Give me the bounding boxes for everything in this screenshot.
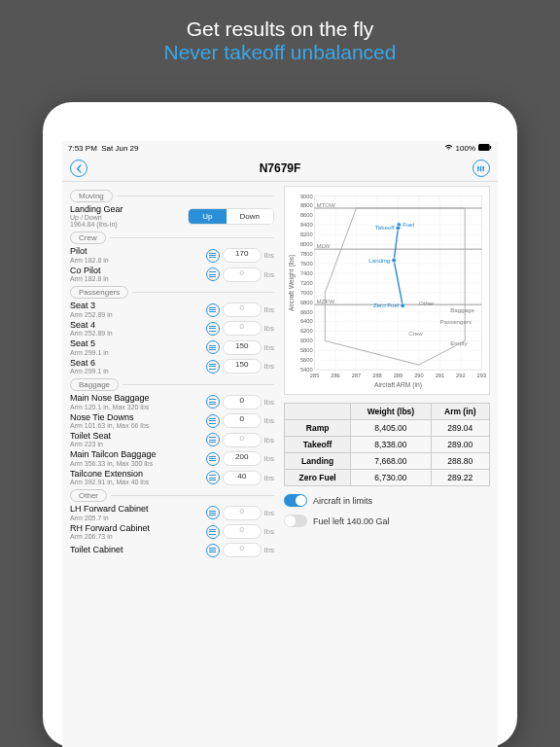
svg-text:Passengers: Passengers: [439, 318, 472, 325]
table-row: Landing7,668.00288.80: [285, 453, 490, 470]
weight-input[interactable]: 40: [223, 471, 262, 485]
svg-text:6600: 6600: [300, 309, 313, 315]
row-arm: 289.00: [431, 437, 489, 453]
settings-button[interactable]: [472, 160, 490, 177]
list-item: Seat 4Arm 252.89 in0lbs: [70, 321, 274, 337]
svg-text:289: 289: [394, 373, 403, 378]
menu-icon[interactable]: [206, 267, 220, 281]
item-sub: Arm 252.89 in: [70, 330, 113, 337]
item-label: Toilet Seat: [70, 432, 111, 441]
wb-chart: 5400560058006000620064006600680070007200…: [284, 186, 490, 395]
fuel-row: Fuel left 140.00 Gal: [284, 515, 490, 527]
svg-text:6200: 6200: [300, 328, 313, 334]
svg-text:8200: 8200: [300, 231, 313, 237]
svg-point-74: [401, 303, 405, 308]
gear-segmented[interactable]: Up Down: [188, 208, 274, 225]
list-item: Main Tailcon BaggageArm 356.33 in, Max 3…: [70, 450, 274, 466]
battery-icon: [478, 144, 492, 153]
menu-icon[interactable]: [206, 340, 220, 354]
right-panel: 5400560058006000620064006600680070007200…: [280, 182, 498, 747]
svg-text:Other: Other: [419, 300, 434, 306]
svg-text:6400: 6400: [300, 318, 313, 324]
svg-text:7800: 7800: [300, 251, 313, 257]
menu-icon[interactable]: [206, 506, 220, 519]
back-button[interactable]: [70, 160, 88, 177]
item-sub: Arm 206.73 in: [70, 533, 150, 540]
menu-icon[interactable]: [206, 414, 220, 428]
weight-input[interactable]: 0: [223, 506, 262, 520]
item-label: Main Tailcon Baggage: [70, 450, 156, 459]
weight-input[interactable]: 0: [223, 395, 262, 409]
weight-input[interactable]: 0: [223, 321, 262, 336]
menu-icon[interactable]: [206, 433, 220, 446]
svg-text:5600: 5600: [300, 357, 313, 363]
gear-down[interactable]: Down: [227, 209, 273, 224]
weight-input[interactable]: 170: [223, 248, 262, 263]
svg-text:MZFW: MZFW: [316, 298, 334, 304]
unit-label: lbs: [264, 362, 274, 371]
device-frame: 7:53 PM Sat Jun 29 100% N7679F: [43, 102, 517, 747]
section-passengers: Passengers: [70, 286, 128, 299]
list-item: Seat 6Arm 299.1 in150lbs: [70, 359, 274, 374]
menu-icon[interactable]: [206, 452, 220, 466]
unit-label: lbs: [264, 509, 274, 517]
menu-icon[interactable]: [206, 471, 220, 484]
weight-input[interactable]: 0: [223, 433, 262, 447]
svg-text:7000: 7000: [300, 290, 313, 296]
weight-input[interactable]: 150: [223, 340, 262, 355]
svg-text:Fuel: Fuel: [402, 221, 414, 228]
list-item: Seat 3Arm 252.89 in0lbs: [70, 302, 274, 317]
weight-input[interactable]: 200: [223, 451, 262, 466]
gear-label: Landing Gear: [70, 205, 123, 214]
svg-text:Aircraft Weight (lbs): Aircraft Weight (lbs): [288, 255, 296, 311]
svg-point-70: [396, 226, 401, 231]
row-weight: 7,668.00: [351, 453, 431, 470]
svg-text:Zero Fuel: Zero Fuel: [373, 302, 399, 308]
weight-input[interactable]: 150: [223, 359, 262, 374]
left-panel: Moving Landing Gear Up / Down 1964.84 (l…: [62, 182, 280, 747]
limits-toggle[interactable]: [284, 494, 307, 507]
unit-label: lbs: [264, 436, 274, 445]
weight-input[interactable]: 0: [223, 413, 262, 428]
fuel-toggle[interactable]: [284, 515, 307, 527]
svg-text:293: 293: [477, 373, 487, 378]
svg-text:288: 288: [372, 373, 382, 378]
item-label: Seat 4: [70, 321, 113, 330]
hero-line-1: Get results on the fly: [0, 18, 560, 41]
svg-text:MLW: MLW: [316, 242, 330, 249]
weight-input[interactable]: 0: [223, 543, 262, 557]
item-label: Pilot: [70, 247, 109, 256]
svg-rect-1: [490, 146, 492, 149]
svg-text:MTOW: MTOW: [316, 201, 335, 208]
item-label: Seat 6: [70, 359, 109, 368]
th-arm: Arm (in): [431, 404, 489, 420]
item-sub: Arm 182.8 in: [70, 275, 109, 282]
menu-icon[interactable]: [206, 395, 220, 409]
hero-line-2: Never takeoff unbalanced: [0, 41, 560, 64]
menu-icon[interactable]: [206, 322, 220, 336]
weight-input[interactable]: 0: [223, 524, 262, 539]
unit-label: lbs: [264, 527, 274, 536]
row-key: Ramp: [285, 420, 351, 437]
limits-row: Aircraft in limits: [284, 494, 490, 507]
item-sub: Arm 392.91 in, Max 40 lbs: [70, 479, 149, 485]
gear-up[interactable]: Up: [189, 209, 226, 224]
table-row: Takeoff8,338.00289.00: [285, 437, 490, 453]
menu-icon[interactable]: [206, 360, 220, 374]
menu-icon[interactable]: [206, 249, 220, 263]
menu-icon[interactable]: [206, 303, 220, 317]
row-weight: 6,730.00: [351, 470, 431, 486]
item-label: Co Pilot: [70, 267, 109, 275]
weight-input[interactable]: 0: [223, 302, 262, 317]
menu-icon[interactable]: [206, 525, 220, 539]
menu-icon[interactable]: [206, 544, 220, 557]
svg-text:8000: 8000: [300, 241, 313, 247]
svg-text:285: 285: [310, 373, 320, 378]
row-key: Zero Fuel: [285, 470, 351, 486]
weight-input[interactable]: 0: [223, 267, 262, 282]
wifi-icon: [444, 144, 453, 153]
item-label: Nose Tie Downs: [70, 413, 149, 422]
list-item: Tailcone ExtensionArm 392.91 in, Max 40 …: [70, 470, 274, 485]
svg-text:6800: 6800: [300, 300, 313, 305]
status-date: Sat Jun 29: [101, 144, 138, 153]
